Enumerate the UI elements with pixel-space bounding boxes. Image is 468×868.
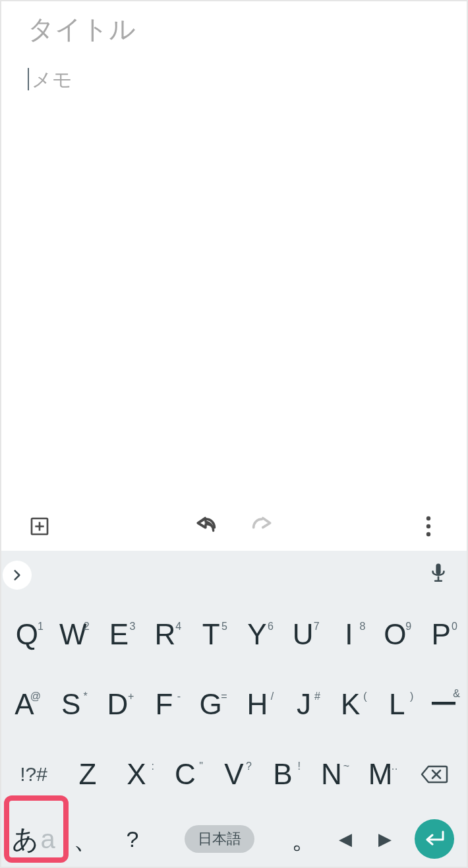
key-i[interactable]: 8I: [326, 618, 372, 651]
key-n[interactable]: ~N: [307, 758, 356, 791]
key-p[interactable]: 0P: [418, 618, 464, 651]
key-q[interactable]: 1Q: [4, 618, 50, 651]
note-body-input[interactable]: [28, 67, 440, 462]
key-s[interactable]: *S: [48, 688, 94, 721]
note-editor: メモ: [1, 1, 467, 551]
key-l[interactable]: )L: [374, 688, 420, 721]
lang-active-label: あ: [12, 821, 39, 857]
mic-icon: [428, 562, 448, 586]
spacebar-key[interactable]: 日本語: [156, 825, 283, 853]
editor-toolbar: [1, 503, 467, 550]
symbols-key[interactable]: !?#: [4, 763, 63, 786]
key-t[interactable]: 5T: [188, 618, 234, 651]
enter-icon: [423, 830, 446, 848]
enter-key[interactable]: [405, 819, 464, 859]
key-u[interactable]: 7U: [280, 618, 326, 651]
key-v[interactable]: ?V: [210, 758, 258, 791]
key-b[interactable]: !B: [258, 758, 307, 791]
key-y[interactable]: 6Y: [234, 618, 280, 651]
lang-inactive-label: a: [40, 824, 55, 854]
more-button[interactable]: [414, 512, 443, 541]
svg-rect-6: [436, 563, 440, 574]
key-x[interactable]: :X: [112, 758, 161, 791]
period-key[interactable]: 。: [283, 821, 326, 857]
voice-input-button[interactable]: [428, 562, 448, 588]
redo-button[interactable]: [248, 512, 277, 541]
svg-point-3: [426, 516, 430, 520]
spacebar-label: 日本語: [185, 825, 254, 853]
comma-key[interactable]: 、: [63, 821, 109, 857]
question-key[interactable]: ?: [109, 826, 156, 852]
backspace-key[interactable]: [405, 764, 464, 785]
svg-point-4: [426, 524, 430, 528]
key-j[interactable]: #J: [281, 688, 327, 721]
plus-box-icon: [29, 516, 50, 537]
cursor-right-key[interactable]: ▶: [365, 829, 405, 850]
key-e[interactable]: 3E: [96, 618, 142, 651]
key-r[interactable]: 4R: [142, 618, 188, 651]
cursor-left-key[interactable]: ◀: [326, 829, 365, 850]
keyboard-expand-button[interactable]: [3, 561, 32, 590]
keyboard-row-4: あa 、 ? 日本語 。 ◀ ▶: [1, 809, 467, 868]
key-o[interactable]: 9O: [372, 618, 418, 651]
key-g[interactable]: =G: [188, 688, 234, 721]
triangle-right-icon: ▶: [378, 829, 392, 850]
keyboard-row-3: !?# Z :X "C ?V !B ~N …M: [1, 739, 467, 809]
keyboard-row-2: @A *S +D -F =G /H #J (K )L &ー: [1, 669, 467, 739]
key-z[interactable]: Z: [63, 758, 112, 791]
backspace-icon: [421, 764, 448, 785]
language-toggle-key[interactable]: あa: [4, 821, 63, 857]
onscreen-keyboard: 1Q 2W 3E 4R 5T 6Y 7U 8I 9O 0P @A *S +D -…: [1, 551, 467, 867]
note-title-input[interactable]: [28, 15, 440, 44]
chevron-right-icon: [11, 569, 24, 582]
more-vert-icon: [426, 516, 431, 537]
redo-icon: [249, 513, 276, 540]
key-w[interactable]: 2W: [50, 618, 96, 651]
triangle-left-icon: ◀: [339, 829, 352, 850]
key-dash[interactable]: &ー: [421, 685, 467, 724]
key-h[interactable]: /H: [234, 688, 280, 721]
key-m[interactable]: …M: [356, 758, 405, 791]
key-a[interactable]: @A: [1, 688, 47, 721]
key-d[interactable]: +D: [94, 688, 140, 721]
note-body-wrap[interactable]: メモ: [28, 67, 440, 465]
undo-button[interactable]: [191, 512, 220, 541]
key-c[interactable]: "C: [161, 758, 210, 791]
add-button[interactable]: [25, 512, 54, 541]
key-k[interactable]: (K: [328, 688, 374, 721]
svg-point-5: [426, 532, 430, 536]
keyboard-header: [1, 551, 467, 600]
text-cursor: [28, 68, 29, 90]
keyboard-row-1: 1Q 2W 3E 4R 5T 6Y 7U 8I 9O 0P: [1, 600, 467, 669]
key-f[interactable]: -F: [141, 688, 187, 721]
undo-icon: [192, 513, 219, 540]
